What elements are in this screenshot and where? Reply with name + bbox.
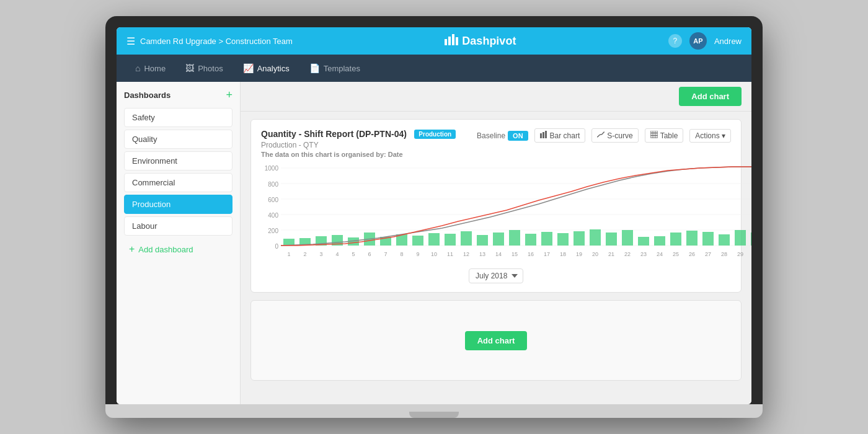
nav-label-analytics: Analytics: [257, 64, 290, 73]
svg-rect-37: [493, 232, 504, 246]
chart-card: Quantity - Shift Report (DP-PTN-04) Prod…: [250, 119, 742, 293]
content-toolbar: Add chart: [241, 82, 751, 112]
photos-icon: 🖼: [185, 63, 194, 73]
table-icon: [650, 131, 658, 140]
topbar-left: ☰ Camden Rd Upgrade > Construction Team: [126, 35, 293, 47]
nav-label-home: Home: [144, 64, 166, 73]
nav-item-photos[interactable]: 🖼 Photos: [177, 60, 231, 77]
svg-rect-33: [428, 233, 440, 246]
sidebar-title: Dashboards: [124, 91, 170, 100]
add-dashboard-button[interactable]: + Add dashboard: [124, 239, 232, 259]
actions-button[interactable]: Actions ▾: [689, 129, 731, 143]
sidebar-item-commercial[interactable]: Commercial: [124, 173, 232, 192]
avatar: AP: [689, 32, 707, 50]
table-button[interactable]: Table: [645, 128, 684, 143]
navbar: ⌂ Home 🖼 Photos 📈 Analytics 📄 Templates: [117, 55, 751, 82]
user-name: Andrew: [714, 37, 742, 46]
svg-text:24: 24: [657, 251, 663, 257]
chart-badge: Production: [414, 130, 456, 139]
svg-rect-53: [751, 232, 751, 246]
svg-text:15: 15: [512, 251, 518, 257]
baseline-control: Baseline ON: [477, 131, 528, 141]
topbar: ☰ Camden Rd Upgrade > Construction Team …: [117, 27, 751, 55]
help-button[interactable]: ?: [668, 34, 682, 48]
chart-title: Quantity - Shift Report (DP-PTN-04): [261, 129, 407, 139]
home-icon: ⌂: [135, 63, 140, 73]
nav-item-home[interactable]: ⌂ Home: [126, 60, 174, 77]
svg-rect-1: [448, 37, 451, 45]
nav-item-analytics[interactable]: 📈 Analytics: [234, 60, 298, 77]
sidebar-item-safety[interactable]: Safety: [124, 108, 232, 127]
nav-item-templates[interactable]: 📄 Templates: [301, 60, 369, 77]
svg-rect-51: [719, 234, 730, 246]
svg-rect-35: [461, 231, 472, 246]
svg-text:400: 400: [268, 212, 278, 219]
svg-rect-40: [541, 232, 552, 246]
svg-rect-8: [650, 133, 658, 135]
laptop-base: [105, 404, 763, 418]
sidebar-header: Dashboards +: [124, 89, 232, 100]
svg-rect-32: [412, 236, 423, 246]
menu-icon[interactable]: ☰: [126, 35, 135, 47]
chart-header: Quantity - Shift Report (DP-PTN-04) Prod…: [261, 128, 731, 158]
svg-text:29: 29: [737, 251, 743, 257]
baseline-toggle[interactable]: ON: [508, 131, 528, 141]
svg-text:7: 7: [384, 251, 387, 257]
breadcrumb: Camden Rd Upgrade > Construction Team: [140, 37, 293, 46]
laptop-notch: [409, 412, 459, 418]
s-curve-button[interactable]: S-curve: [591, 128, 638, 143]
svg-rect-6: [545, 131, 547, 138]
svg-rect-50: [702, 232, 714, 246]
templates-icon: 📄: [309, 63, 320, 73]
topbar-right: ? AP Andrew: [668, 32, 742, 50]
chart-subtitle: Production - QTY: [261, 141, 477, 149]
sidebar-item-quality[interactable]: Quality: [124, 130, 232, 149]
svg-text:21: 21: [608, 251, 614, 257]
sidebar-item-environment[interactable]: Environment: [124, 151, 232, 170]
svg-rect-24: [283, 239, 294, 246]
svg-rect-44: [606, 232, 617, 246]
svg-text:800: 800: [268, 181, 278, 188]
add-chart-button-top[interactable]: Add chart: [679, 87, 742, 106]
svg-rect-36: [477, 235, 488, 246]
date-select[interactable]: July 2018: [469, 268, 523, 283]
chart-controls: Baseline ON Bar chart: [477, 128, 731, 143]
svg-text:5: 5: [352, 251, 355, 257]
bar-chart-button[interactable]: Bar chart: [534, 128, 586, 143]
laptop-frame: ☰ Camden Rd Upgrade > Construction Team …: [105, 16, 763, 418]
sidebar-item-labour[interactable]: Labour: [124, 216, 232, 236]
svg-text:11: 11: [447, 251, 453, 257]
empty-chart-card: Add chart: [250, 300, 742, 381]
laptop-screen: ☰ Camden Rd Upgrade > Construction Team …: [117, 27, 751, 404]
s-curve-label: S-curve: [607, 131, 632, 140]
add-chart-button-empty[interactable]: Add chart: [465, 331, 528, 350]
svg-rect-0: [445, 39, 447, 45]
svg-text:17: 17: [544, 251, 550, 257]
svg-text:27: 27: [705, 251, 711, 257]
svg-rect-45: [622, 230, 633, 246]
svg-text:13: 13: [479, 251, 485, 257]
svg-text:16: 16: [528, 251, 534, 257]
sidebar-add-button[interactable]: +: [226, 89, 232, 100]
svg-text:22: 22: [624, 251, 631, 257]
sidebar-item-production[interactable]: Production: [124, 195, 232, 214]
svg-rect-49: [686, 231, 698, 246]
sidebar: Dashboards + Safety Quality Environment …: [117, 82, 241, 404]
svg-text:200: 200: [268, 228, 278, 234]
table-label: Table: [660, 131, 678, 140]
svg-text:28: 28: [721, 251, 727, 257]
app-name: Dashpivot: [462, 35, 516, 48]
nav-label-templates: Templates: [324, 64, 360, 73]
svg-rect-7: [650, 131, 658, 133]
s-curve-icon: [597, 131, 604, 140]
svg-rect-3: [456, 37, 458, 45]
topbar-center: Dashpivot: [293, 34, 668, 48]
svg-text:19: 19: [576, 251, 582, 257]
svg-text:26: 26: [689, 251, 695, 257]
svg-text:18: 18: [560, 251, 566, 257]
svg-rect-52: [735, 230, 746, 246]
main-content: Dashboards + Safety Quality Environment …: [117, 82, 751, 404]
svg-text:1: 1: [287, 251, 290, 257]
svg-text:9: 9: [416, 251, 419, 257]
chart-title-area: Quantity - Shift Report (DP-PTN-04) Prod…: [261, 128, 477, 158]
